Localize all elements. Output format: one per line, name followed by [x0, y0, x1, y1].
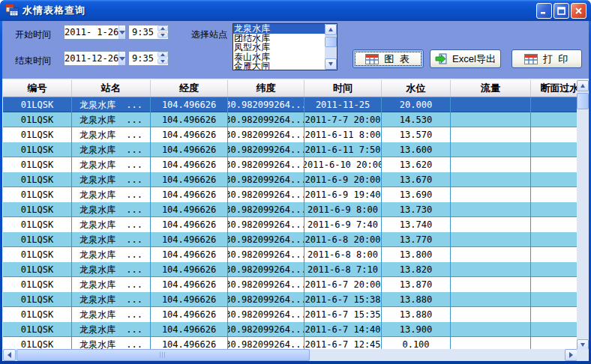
cell-time: 2011-6-8 7:10: [304, 262, 382, 277]
listbox-scrollbar[interactable]: [325, 24, 337, 70]
table-row[interactable]: 01LQSK龙泉水库...104.49662630.982099264...20…: [3, 112, 589, 127]
table-row[interactable]: 01LQSK龙泉水库...104.49662630.982099264...20…: [3, 307, 589, 322]
table-row[interactable]: 01LQSK龙泉水库...104.49662630.982099264...20…: [3, 97, 589, 112]
cell-lon: 104.496626: [151, 97, 228, 112]
listbox-scroll-thumb[interactable]: [325, 37, 337, 47]
grid-header: 编号站名经度纬度时间水位流量断面过水: [3, 80, 589, 97]
vertical-scroll-thumb[interactable]: [577, 93, 589, 109]
cell-flow: [451, 97, 531, 112]
end-time-value: 9:35: [129, 53, 157, 64]
start-time-spinner[interactable]: 9:35: [128, 25, 169, 40]
scroll-right-icon[interactable]: [565, 349, 578, 361]
cell-lon: 104.496626: [151, 127, 228, 142]
cell-station: 龙泉水库...: [72, 277, 151, 292]
cell-time: 2011-6-9 8:00: [304, 202, 382, 217]
cell-level: 20.000: [382, 97, 451, 112]
table-row[interactable]: 01LQSK龙泉水库...104.49662630.982099264...20…: [3, 277, 589, 292]
excel-export-button[interactable]: Excel导出: [430, 49, 501, 68]
cell-lat: 30.982099264...: [228, 247, 304, 262]
station-select-label: 选择站点: [191, 28, 227, 41]
station-list-item[interactable]: 龙泉水库: [233, 24, 325, 34]
cell-lat: 30.982099264...: [228, 172, 304, 187]
table-row[interactable]: 01LQSK龙泉水库...104.49662630.982099264...20…: [3, 247, 589, 262]
station-list-item[interactable]: 金雁大闸: [233, 61, 325, 70]
cell-level: 13.570: [382, 127, 451, 142]
cell-level: 14.530: [382, 112, 451, 127]
cell-lat: 30.982099264...: [228, 292, 304, 307]
end-time-spin-buttons[interactable]: [157, 52, 168, 65]
cell-lat: 30.982099264...: [228, 262, 304, 277]
scroll-down-icon[interactable]: [325, 58, 337, 70]
station-listbox[interactable]: 龙泉水库团结水库凤型水库泰山水库金雁大闸: [232, 23, 338, 70]
cell-time: 2011-6-8 20:00: [304, 232, 382, 247]
start-time-spin-buttons[interactable]: [157, 25, 168, 39]
table-icon: [365, 54, 379, 64]
cell-lat: 30.982099264...: [228, 202, 304, 217]
cell-lat: 30.982099264...: [228, 97, 304, 112]
vertical-scrollbar[interactable]: [577, 80, 589, 351]
cell-station: 龙泉水库...: [72, 127, 151, 142]
cell-lat: 30.982099264...: [228, 277, 304, 292]
horizontal-scroll-thumb[interactable]: [16, 349, 310, 361]
cell-lon: 104.496626: [151, 292, 228, 307]
table-row[interactable]: 01LQSK龙泉水库...104.49662630.982099264...20…: [3, 172, 589, 187]
excel-export-icon: [435, 53, 447, 64]
cell-id: 01LQSK: [3, 172, 72, 187]
column-header[interactable]: 流量: [451, 80, 531, 97]
end-date-picker[interactable]: 2011-12-26: [64, 51, 122, 66]
end-time-spinner[interactable]: 9:35: [128, 51, 169, 66]
start-date-dropdown-icon[interactable]: [118, 25, 125, 39]
column-header[interactable]: 站名: [72, 80, 151, 97]
cell-id: 01LQSK: [3, 247, 72, 262]
table-row[interactable]: 01LQSK龙泉水库...104.49662630.982099264...20…: [3, 202, 589, 217]
close-button[interactable]: [571, 3, 586, 19]
print-button[interactable]: 打 印: [512, 49, 582, 68]
cell-station: 龙泉水库...: [72, 112, 151, 127]
spin-up-icon[interactable]: [158, 52, 168, 58]
column-header[interactable]: 时间: [304, 80, 382, 97]
table-icon: [524, 54, 538, 64]
cell-level: 13.800: [382, 247, 451, 262]
cell-id: 01LQSK: [3, 232, 72, 247]
cell-time: 2011-6-10 20:00: [304, 157, 382, 172]
cell-level: 13.670: [382, 172, 451, 187]
table-row[interactable]: 01LQSK龙泉水库...104.49662630.982099264...20…: [3, 127, 589, 142]
maximize-button[interactable]: [554, 3, 569, 19]
start-date-picker[interactable]: 2011- 1-26: [64, 25, 122, 40]
start-date-value: 2011- 1-26: [64, 27, 118, 37]
table-row[interactable]: 01LQSK龙泉水库...104.49662630.982099264...20…: [3, 142, 589, 157]
scroll-left-icon[interactable]: [3, 349, 16, 361]
table-row[interactable]: 01LQSK龙泉水库...104.49662630.982099264...20…: [3, 157, 589, 172]
horizontal-scrollbar[interactable]: [3, 349, 578, 361]
chart-button[interactable]: 图 表: [352, 49, 424, 68]
table-row[interactable]: 01LQSK龙泉水库...104.49662630.982099264...20…: [3, 292, 589, 307]
cell-flow: [451, 217, 531, 232]
minimize-button[interactable]: [536, 3, 552, 19]
cell-lat: 30.982099264...: [228, 127, 304, 142]
spin-down-icon[interactable]: [158, 58, 168, 64]
end-date-dropdown-icon[interactable]: [118, 52, 125, 65]
scroll-up-icon[interactable]: [577, 80, 589, 91]
grid-rows: 01LQSK龙泉水库...104.49662630.982099264...20…: [3, 97, 589, 351]
table-row[interactable]: 01LQSK龙泉水库...104.49662630.982099264...20…: [3, 217, 589, 232]
cell-time: 2011-6-11 7:50: [304, 142, 382, 157]
column-header[interactable]: 水位: [382, 80, 451, 97]
cell-id: 01LQSK: [3, 112, 72, 127]
column-header[interactable]: 编号: [3, 80, 72, 97]
cell-id: 01LQSK: [3, 97, 72, 112]
station-list-item[interactable]: 凤型水库: [233, 43, 325, 52]
spin-up-icon[interactable]: [158, 25, 168, 31]
table-row[interactable]: 01LQSK龙泉水库...104.49662630.982099264...20…: [3, 232, 589, 247]
table-row[interactable]: 01LQSK龙泉水库...104.49662630.982099264...20…: [3, 262, 589, 277]
column-header[interactable]: 经度: [151, 80, 228, 97]
cell-lat: 30.982099264...: [228, 157, 304, 172]
cell-station: 龙泉水库...: [72, 262, 151, 277]
spin-down-icon[interactable]: [158, 32, 168, 38]
scroll-up-icon[interactable]: [325, 24, 337, 35]
table-row[interactable]: 01LQSK龙泉水库...104.49662630.982099264...20…: [3, 187, 589, 202]
table-row[interactable]: 01LQSK龙泉水库...104.49662630.982099264...20…: [3, 322, 589, 337]
cell-flow: [451, 112, 531, 127]
column-header[interactable]: 纬度: [228, 80, 304, 97]
cell-flow: [451, 172, 531, 187]
cell-station: 龙泉水库...: [72, 142, 151, 157]
